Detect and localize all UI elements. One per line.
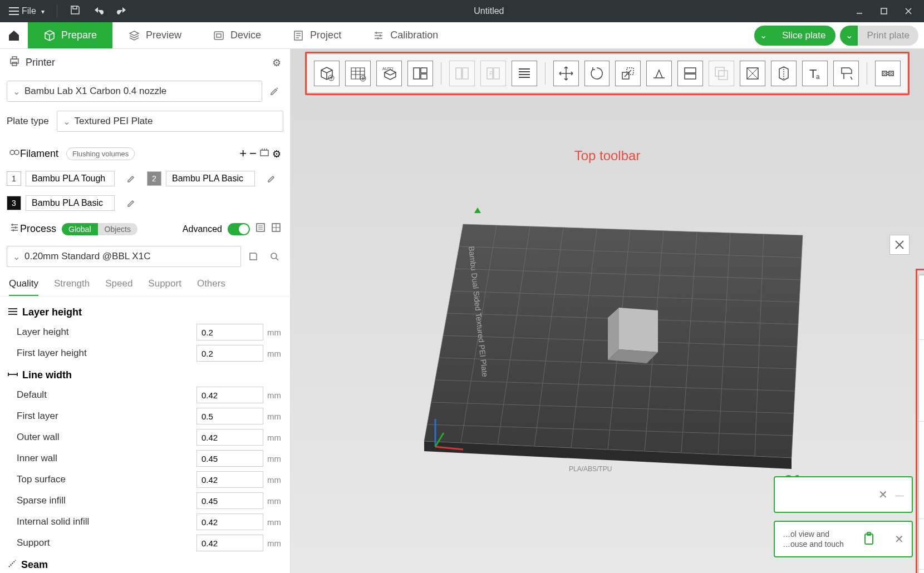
file-menu[interactable]: File	[6, 6, 48, 16]
printer-settings-icon[interactable]: ⚙	[272, 57, 281, 69]
ctx-clone[interactable]: Clone	[919, 291, 924, 307]
param-input[interactable]	[196, 345, 263, 362]
arrange-icon[interactable]	[407, 61, 433, 86]
ctx-add-support-blocker[interactable]: Add Support Blocker▶	[919, 470, 924, 486]
ctx-fill-bed-with-copies[interactable]: Fill bed with copies	[919, 275, 924, 291]
add-plate-icon[interactable]	[345, 61, 371, 86]
filament-sync-icon[interactable]	[259, 149, 269, 160]
move-icon[interactable]	[553, 61, 579, 86]
param-input[interactable]	[196, 471, 263, 488]
filament-name-3[interactable]: Bambu PLA Basic	[26, 195, 115, 211]
assembly-icon[interactable]	[875, 61, 901, 86]
process-table-icon[interactable]	[271, 223, 281, 235]
tab-preview[interactable]: Preview	[112, 22, 197, 48]
process-preset-selector[interactable]: 0.20mm Standard @BBL X1C	[7, 246, 241, 267]
rotate-icon[interactable]	[584, 61, 610, 86]
minimize-button[interactable]	[847, 0, 872, 22]
sub-tab-support[interactable]: Support	[148, 275, 181, 296]
ctx-edit-process-settings[interactable]: Edit Process Settings	[919, 536, 924, 552]
tab-device[interactable]: Device	[197, 22, 277, 48]
undo-icon[interactable]	[90, 4, 107, 18]
tab-prepare[interactable]: Prepare	[28, 22, 112, 48]
param-input[interactable]	[196, 429, 263, 446]
cut-icon[interactable]	[677, 61, 703, 86]
param-input[interactable]	[196, 492, 263, 509]
ctx-height-range-modifier[interactable]: Height Range Modifier	[919, 501, 924, 517]
plate-close-icon[interactable]	[889, 235, 910, 255]
ctx-printable[interactable]: Printable	[919, 521, 924, 536]
process-compare-icon[interactable]	[255, 223, 266, 235]
param-input[interactable]	[196, 450, 263, 467]
process-search-icon[interactable]	[266, 248, 283, 265]
filament-edit-icon[interactable]	[122, 194, 140, 212]
save-icon[interactable]	[66, 3, 84, 19]
param-input[interactable]	[196, 324, 263, 340]
filament-name-1[interactable]: Bambu PLA Tough	[26, 171, 115, 186]
viewport[interactable]: AUTO P Ta Top toolbar	[291, 49, 924, 573]
filament-edit-icon[interactable]	[263, 170, 281, 187]
process-save-icon[interactable]	[244, 248, 262, 265]
advanced-toggle[interactable]	[228, 223, 250, 235]
home-button[interactable]	[0, 22, 28, 48]
sub-tab-quality[interactable]: Quality	[9, 275, 38, 296]
ctx-center[interactable]: Center	[919, 357, 924, 373]
param-input[interactable]	[196, 513, 263, 530]
auto-orient-icon[interactable]: AUTO	[376, 61, 402, 86]
ctx-delete[interactable]: DeleteDel	[919, 404, 924, 419]
filament-swatch-1[interactable]: 1	[7, 171, 21, 186]
sub-tab-others[interactable]: Others	[197, 275, 225, 296]
printer-selector[interactable]: Bambu Lab X1 Carbon 0.4 nozzle	[7, 81, 262, 102]
ctx-fix-model[interactable]: Fix Model	[919, 307, 924, 322]
sub-tab-strength[interactable]: Strength	[54, 275, 90, 296]
text-tool-icon[interactable]: Ta	[802, 61, 828, 86]
ctx-add-negative-part[interactable]: Add Negative Part▶	[919, 439, 924, 455]
param-unit: mm	[263, 328, 288, 337]
filament-edit-icon[interactable]	[122, 170, 140, 187]
slice-plate-button[interactable]: Slice plate	[772, 26, 835, 46]
params-panel[interactable]: Layer height Layer height mmFirst layer …	[0, 297, 290, 573]
plate-type-selector[interactable]: Textured PEI Plate	[57, 111, 283, 132]
redo-icon[interactable]	[113, 4, 131, 18]
ctx-add-modifier[interactable]: Add Modifier▶	[919, 455, 924, 470]
ctx-add-part[interactable]: Add Part▶	[919, 423, 924, 439]
add-cube-icon[interactable]	[314, 61, 340, 86]
svg-rect-1	[214, 32, 223, 39]
seam-paint-icon[interactable]	[771, 61, 797, 86]
filament-swatch-3[interactable]: 3	[7, 196, 21, 210]
slice-dropdown[interactable]: ⌄	[754, 26, 772, 46]
notice-close-icon[interactable]: ✕	[894, 532, 904, 546]
param-input[interactable]	[196, 387, 263, 403]
variable-height-icon[interactable]	[512, 61, 537, 86]
process-scope-toggle[interactable]: Global Objects	[62, 223, 137, 235]
build-plate[interactable]: Bambu Dual Sided Textured PEI Plate PLA/…	[413, 196, 814, 486]
lay-flat-icon[interactable]	[646, 61, 672, 86]
tab-calibration[interactable]: Calibration	[357, 22, 454, 48]
svg-point-33	[883, 72, 886, 75]
tab-project[interactable]: Project	[277, 22, 357, 48]
filament-swatch-2[interactable]: 2	[147, 171, 161, 186]
param-input[interactable]	[196, 408, 263, 424]
printer-edit-icon[interactable]	[266, 82, 283, 100]
filament-remove-icon[interactable]: −	[249, 146, 257, 160]
filament-name-2[interactable]: Bambu PLA Basic	[166, 171, 255, 186]
close-button[interactable]	[896, 0, 921, 22]
sub-tab-speed[interactable]: Speed	[105, 275, 132, 296]
split-object-icon	[449, 61, 475, 86]
process-icon	[9, 222, 20, 236]
ctx-mirror[interactable]: Mirror▶	[919, 388, 924, 404]
ctx-edit-in-parameter-table[interactable]: Edit in Parameter Table	[919, 552, 924, 567]
param-input[interactable]	[196, 535, 263, 551]
support-paint-icon[interactable]	[740, 61, 765, 86]
ctx-simplify-model[interactable]: Simplify Model	[919, 322, 924, 338]
notice-close-icon[interactable]: ✕	[878, 488, 888, 501]
filament-add-icon[interactable]: +	[239, 146, 247, 160]
flushing-volumes-button[interactable]: Flushing volumes	[66, 147, 135, 160]
filament-settings-icon[interactable]: ⚙	[272, 149, 281, 160]
print-dropdown[interactable]: ⌄	[840, 26, 858, 46]
color-paint-icon[interactable]	[833, 61, 859, 86]
ctx-add-support-enforcer[interactable]: Add Support Enforcer▶	[919, 486, 924, 501]
maximize-button[interactable]	[872, 0, 896, 22]
minimize-notice-icon[interactable]: —	[896, 490, 904, 500]
clipboard-icon[interactable]	[863, 532, 875, 547]
scale-icon[interactable]	[615, 61, 641, 86]
